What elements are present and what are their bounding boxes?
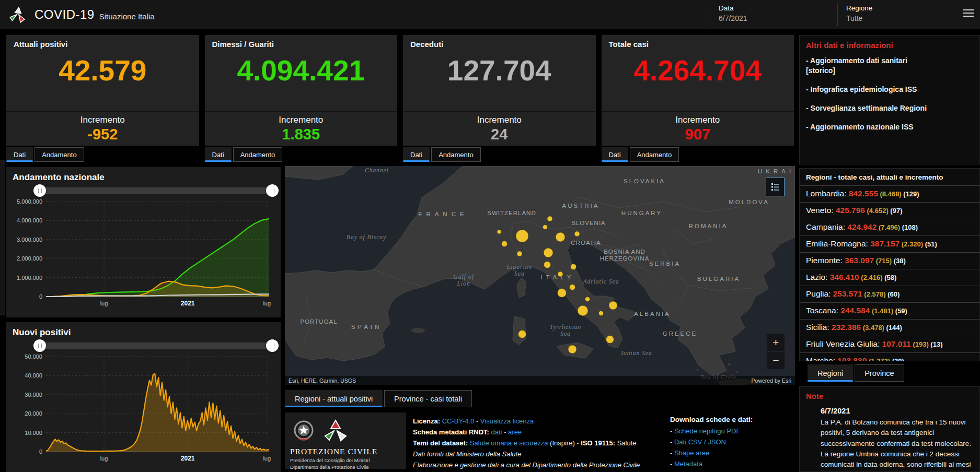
region-bubble[interactable] <box>516 230 528 242</box>
card1-tab-dati[interactable]: Dati <box>205 147 232 162</box>
license-text: Scheda metadati RNDT: <box>413 428 491 436</box>
region-increment: (97) <box>889 207 903 215</box>
collapsed-panel-edge[interactable] <box>0 160 5 315</box>
region-bubble[interactable] <box>543 225 548 230</box>
region-name: Lazio: <box>806 273 830 281</box>
region-bubble[interactable] <box>544 262 551 268</box>
region-filter[interactable]: Regione Tutte <box>837 3 966 26</box>
protezione-civile-logos: PROTEZIONE CIVILE Presidenza del Consigl… <box>285 412 406 469</box>
map-tabs: Regioni - attuali positiviProvince - cas… <box>285 390 472 407</box>
time-range-slider[interactable] <box>40 343 272 349</box>
region-bubble[interactable] <box>570 285 575 290</box>
card-tabs: DatiAndamento <box>403 147 596 162</box>
powered-by-esri: Powered by Esri <box>752 377 791 384</box>
menu-icon[interactable] <box>963 9 974 18</box>
map-label-greece: GREECE <box>663 331 698 337</box>
region-name: Lombardia: <box>806 189 849 198</box>
card1-tab-andamento[interactable]: Andamento <box>233 147 283 162</box>
map-label-bulgaria: BULGARIA <box>697 276 740 282</box>
card2-tab-dati[interactable]: Dati <box>403 147 430 162</box>
region-bubble[interactable] <box>558 289 567 298</box>
region-bubble[interactable] <box>558 272 563 277</box>
info-link[interactable]: - Aggiornamento dati sanitari [storico] <box>806 56 973 76</box>
info-link[interactable]: - Aggiornamento nazionale ISS <box>806 122 973 132</box>
chart-plot: 010.00020.00030.00040.00050.000lug2021lu… <box>13 352 274 465</box>
card-increment-value: 24 <box>403 126 596 143</box>
license-text: Dati forniti dal Ministero della Salute <box>413 450 521 458</box>
map-label-bosnia-and-herzegovina: BOSNIA ANDHERZEGOVINA <box>600 249 650 262</box>
card-top: Attuali positivi42.579 <box>6 35 199 111</box>
license-text: - <box>474 417 480 425</box>
card0-tab-andamento[interactable]: Andamento <box>34 147 84 162</box>
map-legend-button[interactable] <box>766 178 785 196</box>
card-tabs: DatiAndamento <box>602 147 794 162</box>
side-tab-province[interactable]: Province <box>855 364 904 382</box>
range-slider-handle-left[interactable] <box>33 184 46 197</box>
range-slider-handle-left[interactable] <box>33 339 46 352</box>
license-link[interactable]: dati <box>491 428 502 436</box>
card3-tab-dati[interactable]: Dati <box>602 147 628 162</box>
map-tab-regioni-attuali-positivi[interactable]: Regioni - attuali positivi <box>285 390 383 407</box>
card3-tab-andamento[interactable]: Andamento <box>630 147 679 162</box>
region-bubble[interactable] <box>609 301 617 310</box>
info-link[interactable]: - Sorveglianza settimanale Regioni <box>806 103 973 113</box>
license-link[interactable]: aree <box>508 428 522 436</box>
download-item[interactable]: - Shape aree <box>670 449 794 457</box>
card-increment-label: Incremento <box>205 112 398 125</box>
region-total: 425.796 <box>836 206 865 215</box>
license-link[interactable]: Visualizza licenza <box>480 417 534 425</box>
map-zoom-in-button[interactable]: + <box>767 334 785 351</box>
region-bubble[interactable] <box>585 297 590 302</box>
regions-province-tabs: RegioniProvince <box>808 364 904 382</box>
region-delta: (1.481) <box>870 307 893 315</box>
license-text: Temi del dataset: <box>413 439 470 447</box>
region-increment: (60) <box>886 290 900 298</box>
region-delta: (2.578) <box>862 290 886 298</box>
date-filter[interactable]: Data 6/7/2021 <box>710 3 839 26</box>
range-slider-handle-right[interactable] <box>266 184 279 197</box>
region-bubble[interactable] <box>517 251 522 256</box>
stat-cards-row: Attuali positivi42.579Incremento-952Dati… <box>6 35 794 162</box>
card0-tab-dati[interactable]: Dati <box>6 147 33 162</box>
region-bubble[interactable] <box>502 241 508 247</box>
region-bubble[interactable] <box>544 248 553 257</box>
region-bubble[interactable] <box>547 216 552 221</box>
region-bubble[interactable] <box>574 231 580 237</box>
license-link[interactable]: CC-BY-4.0 <box>442 417 475 425</box>
region-bubble[interactable] <box>568 345 577 353</box>
region-name: Friuli Venezia Giulia: <box>806 339 882 348</box>
download-item[interactable]: - Metadata <box>670 460 794 468</box>
region-increment: (38) <box>892 257 906 265</box>
region-filter-label: Regione <box>846 4 966 12</box>
region-total: 363.097 <box>845 256 874 265</box>
map-tab-province-casi-totali[interactable]: Province - casi totali <box>384 390 472 407</box>
region-bubble[interactable] <box>578 305 588 316</box>
side-tab-regioni[interactable]: Regioni <box>808 364 853 382</box>
download-item[interactable]: - Dati CSV / JSON <box>670 438 794 446</box>
region-bubble[interactable] <box>599 311 604 316</box>
license-text: Elaborazione e gestione dati a cura del … <box>413 461 640 469</box>
range-slider-handle-right[interactable] <box>266 339 279 352</box>
license-link[interactable]: Salute umana e sicurezza <box>470 439 548 447</box>
note-text: La P.A. di Bolzano comunica che tra i 15… <box>821 417 972 472</box>
license-text: (Inspire) - <box>548 439 581 447</box>
card2-tab-andamento[interactable]: Andamento <box>431 147 481 162</box>
region-row: Sicilia: 232.386 (3.478) (144) <box>800 319 979 336</box>
region-bubble[interactable] <box>571 264 577 270</box>
region-bubble[interactable] <box>606 336 614 344</box>
region-bubble[interactable] <box>518 331 526 338</box>
region-bubble[interactable] <box>497 230 501 234</box>
protezione-civile-logo-icon <box>7 5 28 25</box>
regions-list-header: Regioni - totale casi, attuali e increme… <box>800 169 979 185</box>
region-total: 387.157 <box>870 239 900 248</box>
chart-svg: 010.00020.00030.00040.00050.000lug2021lu… <box>13 352 274 463</box>
svg-text:20.000: 20.000 <box>25 410 42 417</box>
region-bubble[interactable] <box>556 232 565 242</box>
time-range-slider[interactable] <box>40 187 272 194</box>
info-link[interactable]: - Infografica epidemiologica ISS <box>806 85 973 95</box>
card-value: 127.704 <box>410 54 589 87</box>
download-item[interactable]: - Schede riepilogo PDF <box>670 427 794 435</box>
map-zoom-out-button[interactable]: − <box>767 352 785 369</box>
region-row: Piemonte: 363.097 (715) (38) <box>800 252 979 269</box>
italy-bubble-map[interactable]: UKRAINEChannelSLOVAKIAMOLDOVAAUSTRIAHUNG… <box>285 166 795 385</box>
